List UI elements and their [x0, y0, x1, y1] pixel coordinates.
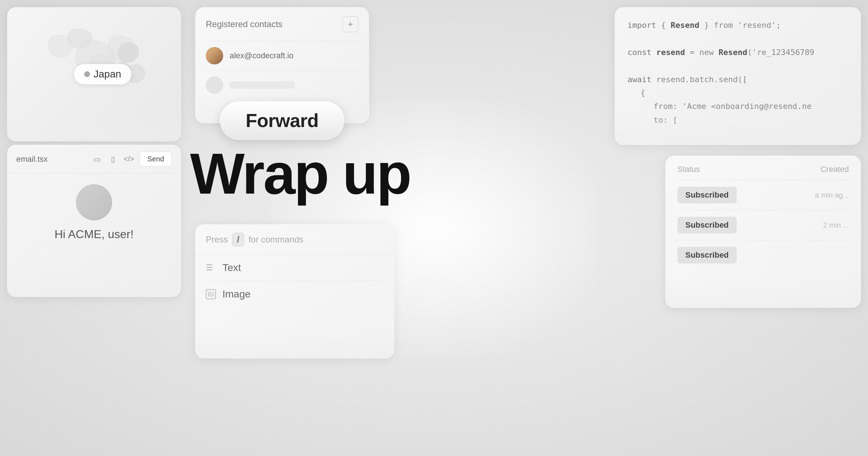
- email-greeting: Hi ACME, user!: [55, 228, 134, 241]
- image-icon: [206, 289, 216, 299]
- command-input-row: Press / for commands: [196, 225, 394, 255]
- ghost-line: [230, 81, 295, 89]
- code-line-blank-1: [627, 32, 848, 45]
- email-editor-panel: email.tsx ▭ ▯ </> Send Hi ACME, user!: [7, 145, 181, 297]
- code-panel: import { Resend } from 'resend'; const r…: [615, 7, 861, 145]
- wrap-up-heading-container: Wrap up: [159, 145, 441, 203]
- contact-email-1: alex@codecraft.io: [230, 51, 293, 60]
- code-line-8: to: [: [627, 113, 848, 127]
- text-item-label: Text: [222, 262, 241, 274]
- code-icon[interactable]: </>: [124, 154, 134, 164]
- code-line-7: from: 'Acme <onboarding@resend.ne: [627, 100, 848, 113]
- code-from-value: 'Acme <onboarding@resend.ne: [682, 102, 812, 111]
- code-resend-var: resend = new Resend('re_123456789: [656, 48, 814, 57]
- forward-button-container: Forward: [195, 101, 369, 140]
- status-col-status: Status: [677, 165, 700, 174]
- code-batch: resend.batch.send([: [656, 75, 747, 84]
- contact-row-ghost: [196, 71, 369, 100]
- contact-row-1: alex@codecraft.io: [196, 41, 369, 70]
- wrap-up-heading: Wrap up: [159, 145, 441, 203]
- code-import-content: { Resend } from 'resend';: [661, 21, 781, 30]
- contact-avatar-img-1: [206, 47, 223, 64]
- contact-avatar-1: [206, 47, 223, 64]
- ghost-avatar: [206, 76, 223, 94]
- code-line-6: {: [627, 86, 848, 100]
- code-line-blank-2: [627, 59, 848, 72]
- email-preview: Hi ACME, user!: [8, 173, 180, 252]
- japan-badge: Japan: [74, 64, 132, 85]
- map-panel: Japan: [7, 7, 181, 141]
- status-panel: Status Created Subscribed a min ag... Su…: [665, 156, 861, 308]
- status-badge-2: Subscribed: [677, 217, 737, 233]
- desktop-icon[interactable]: ▭: [92, 154, 102, 164]
- command-item-text: ☰ Text: [196, 255, 394, 281]
- text-list-icon: ☰: [206, 263, 216, 273]
- status-time-1: a min ag...: [815, 191, 849, 199]
- code-line-3: const resend = new Resend('re_123456789: [627, 46, 848, 59]
- contacts-header: Registered contacts +: [196, 8, 369, 41]
- status-col-created: Created: [821, 165, 849, 174]
- for-commands-label: for commands: [248, 235, 303, 245]
- commands-panel: Press / for commands ☰ Text Image: [195, 224, 394, 358]
- slash-badge[interactable]: /: [232, 233, 244, 246]
- email-avatar: [76, 184, 112, 220]
- contacts-title: Registered contacts: [206, 19, 282, 29]
- japan-label: Japan: [94, 68, 121, 80]
- code-import-keyword: import: [627, 21, 656, 30]
- status-badge-1: Subscribed: [677, 187, 737, 203]
- forward-button[interactable]: Forward: [220, 101, 344, 140]
- command-item-image: Image: [196, 281, 394, 307]
- code-const: const: [627, 48, 651, 57]
- email-filename: email.tsx: [16, 155, 86, 164]
- map-content: Japan: [8, 8, 180, 141]
- code-await: await: [627, 75, 651, 84]
- japan-dot-indicator: [84, 71, 90, 77]
- status-row-3: Subscribed: [666, 240, 860, 270]
- status-time-2: 2 min ...: [823, 221, 849, 229]
- mobile-icon[interactable]: ▯: [108, 154, 118, 164]
- code-line-5: await resend.batch.send([: [627, 73, 848, 86]
- status-row-1: Subscribed a min ag...: [666, 180, 860, 210]
- status-row-2: Subscribed 2 min ...: [666, 210, 860, 240]
- svg-rect-0: [208, 292, 213, 296]
- add-contact-button[interactable]: +: [342, 16, 358, 32]
- status-header: Status Created: [666, 156, 860, 180]
- press-label: Press: [206, 235, 228, 245]
- image-item-label: Image: [222, 288, 251, 300]
- email-toolbar: email.tsx ▭ ▯ </> Send: [8, 145, 180, 173]
- code-line-1: import { Resend } from 'resend';: [627, 18, 848, 32]
- status-badge-3: Subscribed: [677, 247, 737, 263]
